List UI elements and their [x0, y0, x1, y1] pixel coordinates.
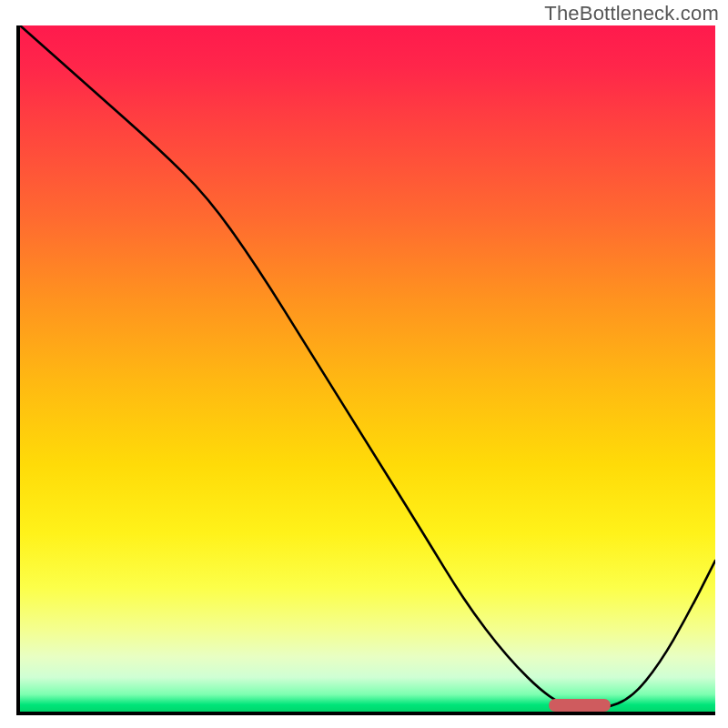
- chart-container: TheBottleneck.com: [0, 0, 728, 728]
- heat-gradient-background: [20, 25, 715, 712]
- optimal-range-marker: [549, 699, 612, 712]
- watermark-text: TheBottleneck.com: [544, 2, 719, 25]
- plot-area: [16, 25, 715, 715]
